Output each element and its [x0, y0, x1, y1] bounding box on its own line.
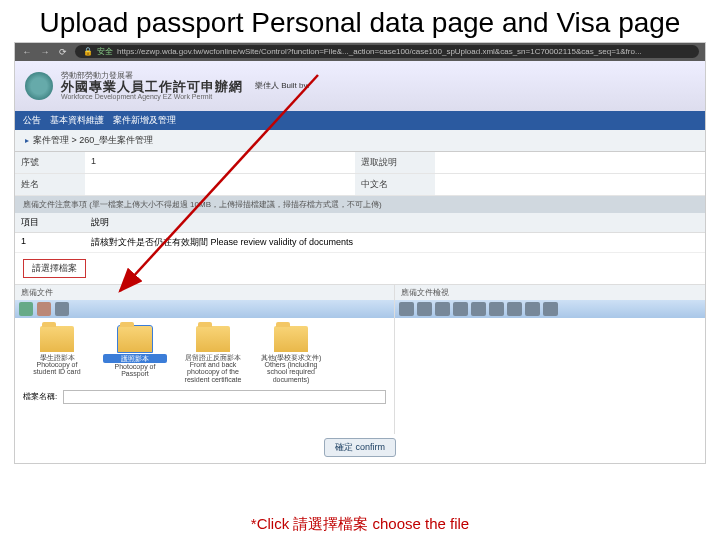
folder-others[interactable]: 其他(學校要求文件) Others (including school requ… — [259, 326, 323, 383]
name-label: 姓名 — [15, 174, 85, 195]
file-panel: 應備文件 學生證影本 Photocopy of student ID card … — [15, 284, 705, 434]
url-text: https://ezwp.wda.gov.tw/wcfonline/wSite/… — [117, 47, 642, 56]
file-toolbar — [15, 300, 394, 318]
filename-input[interactable] — [63, 390, 385, 404]
tool-icon[interactable] — [417, 302, 432, 316]
tool-icon[interactable] — [525, 302, 540, 316]
serial-value: 1 — [85, 152, 355, 173]
filename-row: 檔案名稱: — [15, 387, 394, 410]
browser-chrome-bar: ← → ⟳ 🔒 安全 https://ezwp.wda.gov.tw/wcfon… — [15, 43, 705, 61]
slide-title: Upload passport Personal data page and V… — [0, 0, 720, 42]
reload-icon[interactable]: ⟳ — [57, 47, 69, 57]
folder-icon — [40, 326, 74, 352]
forward-icon[interactable]: → — [39, 47, 51, 57]
breadcrumb-text: 案件管理 > 260_學生案件管理 — [33, 134, 153, 147]
toolbar-icon[interactable] — [19, 302, 33, 316]
preview-title: 應備文件檢視 — [395, 285, 706, 300]
tool-icon[interactable] — [507, 302, 522, 316]
serial-label: 序號 — [15, 152, 85, 173]
site-title-en: Workforce Development Agency EZ Work Per… — [61, 93, 243, 100]
site-title: 外國專業人員工作許可申辦網 — [61, 80, 243, 93]
item-description: 請核對文件是否仍在有效期間 Please review validity of … — [85, 233, 359, 252]
back-icon[interactable]: ← — [21, 47, 33, 57]
lock-icon: 🔒 — [83, 47, 93, 56]
toolbar-icon[interactable] — [55, 302, 69, 316]
tool-icon[interactable] — [543, 302, 558, 316]
confirm-button[interactable]: 確定 confirm — [324, 438, 396, 457]
folder-list: 學生證影本 Photocopy of student ID card 護照影本 … — [15, 318, 394, 387]
folder-arc[interactable]: 居留證正反面影本 Front and back photocopy of the… — [181, 326, 245, 383]
top-nav[interactable]: 公告 基本資料維護 案件新增及管理 — [15, 111, 705, 130]
secure-label: 安全 — [97, 46, 113, 57]
choose-file-button[interactable]: 請選擇檔案 — [23, 259, 86, 278]
chinese-name-label: 中文名 — [355, 174, 435, 195]
upload-note: 應備文件注意事項 (單一檔案上傳大小不得超過 10MB，上傳掃描檔建議，掃描存檔… — [15, 196, 705, 213]
tool-icon[interactable] — [399, 302, 414, 316]
folder-icon — [118, 326, 152, 352]
folder-icon — [274, 326, 308, 352]
folder-icon — [196, 326, 230, 352]
preview-toolbar — [395, 300, 706, 318]
item-col-label: 項目 — [15, 213, 85, 232]
tool-icon[interactable] — [471, 302, 486, 316]
desc-col-label: 說明 — [85, 213, 115, 232]
breadcrumb: ▸ 案件管理 > 260_學生案件管理 — [15, 130, 705, 152]
site-logo-icon — [25, 72, 53, 100]
folder-passport[interactable]: 護照影本 Photocopy of Passport — [103, 326, 167, 383]
form-area: 序號 1 選取說明 姓名 中文名 應備文件注意事項 (單一檔案上傳大小不得超過 … — [15, 152, 705, 463]
filename-label: 檔案名稱: — [23, 391, 57, 402]
tool-icon[interactable] — [453, 302, 468, 316]
name-value — [85, 174, 355, 195]
browser-window: ← → ⟳ 🔒 安全 https://ezwp.wda.gov.tw/wcfon… — [14, 42, 706, 464]
item-header: 項目 說明 — [15, 213, 705, 233]
item-number: 1 — [15, 233, 85, 252]
tool-icon[interactable] — [489, 302, 504, 316]
chinese-name-value — [435, 174, 705, 195]
file-browser-panel: 應備文件 學生證影本 Photocopy of student ID card … — [15, 285, 395, 434]
tool-icon[interactable] — [435, 302, 450, 316]
address-bar[interactable]: 🔒 安全 https://ezwp.wda.gov.tw/wcfonline/w… — [75, 45, 699, 58]
select-desc-value — [435, 152, 705, 173]
preview-panel: 應備文件檢視 — [395, 285, 706, 434]
caret-icon: ▸ — [25, 136, 29, 145]
item-row: 1 請核對文件是否仍在有效期間 Please review validity o… — [15, 233, 705, 253]
file-browser-title: 應備文件 — [15, 285, 394, 300]
select-desc-label: 選取說明 — [355, 152, 435, 173]
folder-student-id[interactable]: 學生證影本 Photocopy of student ID card — [25, 326, 89, 383]
toolbar-icon[interactable] — [37, 302, 51, 316]
preview-area — [395, 318, 706, 434]
slide-footer-note: *Click 請選擇檔案 choose the file — [0, 515, 720, 534]
site-header: 勞動部勞動力發展署 外國專業人員工作許可申辦網 Workforce Develo… — [15, 61, 705, 111]
built-by-label: 樂佳人 Built by: — [255, 80, 310, 91]
